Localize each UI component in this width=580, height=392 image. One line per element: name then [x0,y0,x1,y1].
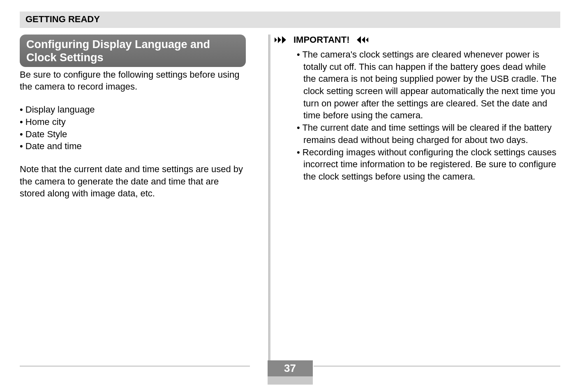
page-number: 37 [268,360,313,376]
right-column: IMPORTANT! The camera's clock settings a… [258,35,560,200]
list-item: Display language [20,104,246,116]
list-item: Home city [20,116,246,128]
intro-text: Be sure to configure the following setti… [20,69,246,93]
arrow-right-icon [275,36,290,44]
arrow-left-icon [353,36,368,44]
section-header: GETTING READY [20,12,560,28]
left-column: Configuring Display Language and Clock S… [20,35,258,200]
list-item: Date and time [20,140,246,152]
list-item: The camera's clock settings are cleared … [297,48,560,122]
list-item: The current date and time settings will … [297,122,560,146]
list-item: Recording images without configuring the… [297,146,560,183]
note-text: Note that the current date and time sett… [20,163,246,200]
page-number-shadow [268,376,313,385]
important-header: IMPORTANT! [275,35,560,45]
settings-list: Display language Home city Date Style Da… [20,104,246,152]
page-number-container: 37 [0,360,580,385]
important-list: The camera's clock settings are cleared … [275,48,560,183]
important-label: IMPORTANT! [293,35,349,45]
column-divider [268,35,272,376]
list-item: Date Style [20,128,246,141]
section-title: Configuring Display Language and Clock S… [20,35,246,67]
